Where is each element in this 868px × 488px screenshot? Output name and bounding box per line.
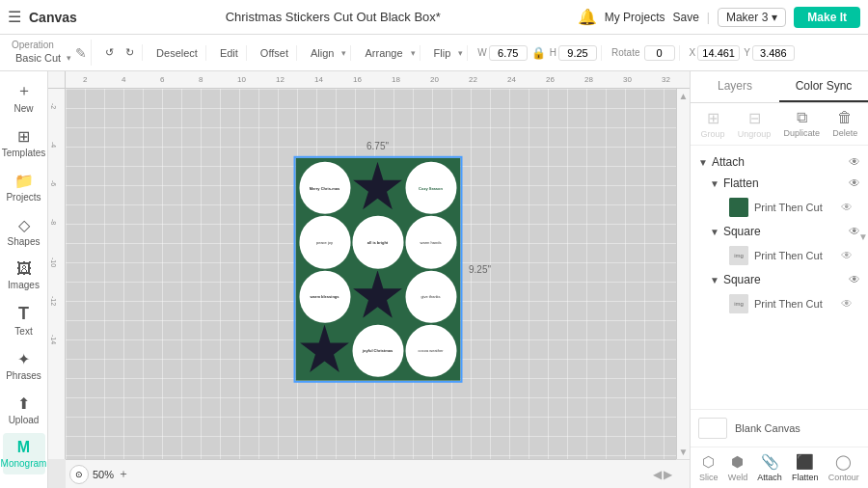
ruler-left: -2 -4 -6 -8 -10 -12 -14	[48, 89, 66, 459]
arrange-button[interactable]: Arrange	[361, 45, 406, 61]
ruler-mark-28: 28	[584, 75, 593, 84]
group-label: Group	[701, 129, 725, 139]
group-action[interactable]: ⊞ Group	[701, 109, 725, 139]
panel-actions: ⊞ Group ⊟ Ungroup ⧉ Duplicate 🗑 Delete	[691, 103, 868, 146]
app-title: Canvas	[29, 10, 77, 25]
make-it-button[interactable]: Make It	[794, 7, 860, 28]
save-button[interactable]: Save	[672, 11, 698, 24]
sidebar-item-phrases[interactable]: ✦ Phrases	[3, 344, 45, 387]
maker-selector[interactable]: Maker 3 ▾	[718, 8, 786, 27]
delete-action[interactable]: 🗑 Delete	[832, 109, 857, 139]
fit-view-button[interactable]: ⊙	[69, 465, 89, 484]
arrange-chevron: ▾	[411, 48, 416, 58]
sticker-star-3	[299, 325, 350, 377]
layer-eye-2[interactable]: 👁	[841, 249, 853, 262]
lock-icon[interactable]: 🔒	[531, 46, 546, 60]
footer-flatten[interactable]: ⬛ Flatten	[792, 453, 819, 482]
horizontal-scrollbar-area: ⊙ 50% ＋ ◀ ▶	[66, 459, 676, 488]
bell-icon[interactable]: 🔔	[578, 8, 597, 26]
height-input[interactable]	[558, 45, 597, 61]
attach-chevron: ▼	[698, 157, 708, 168]
sidebar-item-templates[interactable]: ⊞ Templates	[3, 122, 45, 164]
flip-button[interactable]: Flip	[430, 45, 455, 61]
align-group: Align ▾	[303, 45, 351, 61]
width-input[interactable]	[489, 45, 528, 61]
footer-weld[interactable]: ⬢ Weld	[728, 453, 747, 482]
y-input[interactable]	[752, 45, 795, 61]
operation-value[interactable]: Basic Cut	[12, 50, 65, 66]
zoom-percent-label: 50%	[93, 469, 114, 480]
separator: |	[707, 11, 710, 24]
sidebar-item-new[interactable]: ＋ New	[3, 75, 45, 120]
layer-eye-3[interactable]: 👁	[841, 297, 853, 311]
square2-eye-icon[interactable]: 👁	[849, 273, 860, 286]
flatten-header[interactable]: ▼ Flatten 👁	[710, 173, 860, 194]
square2-header[interactable]: ▼ Square 👁	[710, 269, 860, 290]
duplicate-action[interactable]: ⧉ Duplicate	[784, 109, 821, 139]
sticker-9: cocoa weather	[405, 325, 456, 377]
layer-thumb-2: img	[729, 246, 748, 265]
sidebar-item-projects[interactable]: 📁 Projects	[3, 166, 45, 208]
sidebar-item-shapes[interactable]: ◇ Shapes	[3, 210, 45, 253]
square1-chevron: ▼	[710, 227, 719, 237]
vertical-scrollbar[interactable]: ▲ ▼	[676, 89, 690, 459]
layer-item-3[interactable]: img Print Then Cut 👁	[710, 290, 860, 317]
flatten-footer-label: Flatten	[792, 473, 819, 482]
x-input[interactable]	[697, 45, 740, 61]
footer-slice[interactable]: ⬡ Slice	[699, 453, 719, 482]
footer-contour[interactable]: ◯ Contour	[828, 453, 859, 482]
sticker-7: give thanks	[405, 270, 456, 322]
scroll-left-icon[interactable]: ◀	[653, 468, 662, 481]
zoom-plus-small[interactable]: ＋	[118, 466, 129, 482]
deselect-button[interactable]: Deselect	[152, 45, 202, 61]
align-button[interactable]: Align	[307, 45, 338, 61]
sidebar-item-monogram[interactable]: M Monogram	[3, 433, 45, 474]
deselect-group: Deselect	[149, 45, 206, 61]
scroll-up-icon[interactable]: ▲	[679, 91, 689, 101]
square1-header[interactable]: ▼ Square 👁	[710, 221, 860, 242]
panel-scroll-arrow[interactable]: ▼	[858, 231, 868, 242]
offset-button[interactable]: Offset	[257, 45, 292, 61]
toolbar: Operation Basic Cut ▾ ✎ ↺ ↻ Deselect Edi…	[0, 35, 868, 71]
operation-group: Operation Basic Cut ▾ ✎	[8, 40, 92, 66]
scroll-right-icon[interactable]: ▶	[664, 468, 672, 481]
flatten-label: Flatten	[723, 176, 845, 190]
operation-icon[interactable]: ✎	[75, 45, 87, 61]
width-label: W	[477, 47, 486, 58]
y-label: Y	[744, 47, 750, 58]
redo-button[interactable]: ↻	[122, 44, 138, 61]
canvas-content[interactable]: 6.75" 9.25" Merry Chris-mas Cozy Season …	[66, 89, 690, 459]
layer-item-1[interactable]: Print Then Cut 👁	[710, 194, 860, 221]
my-projects-button[interactable]: My Projects	[605, 11, 665, 24]
edit-button[interactable]: Edit	[216, 45, 242, 61]
ungroup-action[interactable]: ⊟ Ungroup	[738, 109, 772, 139]
rotate-input[interactable]	[644, 45, 675, 61]
layer-name-2: Print Then Cut	[754, 250, 835, 261]
footer-attach[interactable]: 📎 Attach	[757, 453, 782, 482]
ruler-mark-6: 6	[160, 75, 164, 84]
slice-icon: ⬡	[702, 453, 715, 471]
layer-item-2[interactable]: img Print Then Cut 👁	[710, 242, 860, 269]
dim-height-label: 9.25"	[469, 264, 491, 275]
menu-icon[interactable]: ☰	[8, 8, 21, 26]
scroll-down-icon[interactable]: ▼	[679, 447, 689, 457]
blank-canvas-swatch[interactable]	[698, 418, 727, 439]
flatten-eye-icon[interactable]: 👁	[849, 176, 860, 190]
duplicate-icon: ⧉	[797, 109, 807, 126]
tab-layers[interactable]: Layers	[691, 71, 779, 102]
tab-color-sync[interactable]: Color Sync	[779, 71, 868, 102]
sidebar-label-shapes: Shapes	[8, 236, 41, 247]
design-object[interactable]: 6.75" 9.25" Merry Chris-mas Cozy Season …	[293, 156, 462, 383]
attach-eye-icon[interactable]: 👁	[849, 155, 860, 169]
sidebar-label-images: Images	[8, 280, 40, 290]
undo-button[interactable]: ↺	[101, 44, 118, 61]
layer-attach-header[interactable]: ▼ Attach 👁	[698, 151, 860, 173]
sidebar-item-upload[interactable]: ⬆ Upload	[3, 389, 45, 431]
sidebar-item-images[interactable]: 🖼 Images	[3, 255, 45, 296]
top-bar: ☰ Canvas Christmas Stickers Cut Out Blac…	[0, 0, 868, 35]
sidebar-item-text[interactable]: T Text	[3, 298, 45, 342]
delete-icon: 🗑	[837, 109, 853, 126]
canvas-area: 2 4 6 8 10 12 14 16 18 20 22 24 26 28 30…	[48, 71, 690, 488]
layer-eye-1[interactable]: 👁	[841, 201, 853, 214]
ruler-mark-18: 18	[392, 75, 400, 84]
